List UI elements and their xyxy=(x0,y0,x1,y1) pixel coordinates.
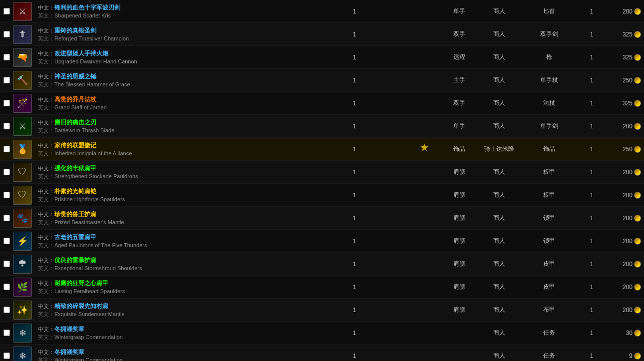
item-name-cn[interactable]: 强化的牢狱肩甲 xyxy=(54,165,96,172)
item-count: 1 xyxy=(579,123,604,130)
item-name-cn[interactable]: 冬拥湖奖章 xyxy=(54,326,84,333)
item-name-cn[interactable]: 神圣的恩赐之锤 xyxy=(54,73,96,80)
row-checkbox[interactable] xyxy=(3,261,10,267)
price-coin-icon xyxy=(634,215,641,222)
row-checkbox[interactable] xyxy=(3,100,10,106)
row-checkbox[interactable] xyxy=(3,353,10,359)
item-name-en: Aged Pauldrons of The Five Thunders xyxy=(54,242,147,248)
name-label-en: 英文： xyxy=(38,81,54,87)
name-label-en: 英文： xyxy=(38,35,54,41)
item-name-cn[interactable]: 朴素的光铸肩铠 xyxy=(54,188,96,195)
item-count: 1 xyxy=(579,169,604,176)
row-checkbox[interactable] xyxy=(3,307,10,313)
item-name-en: Reforged Truesilver Champion xyxy=(54,35,129,41)
row-checkbox[interactable] xyxy=(3,284,10,290)
item-slot: 肩膀 xyxy=(439,260,479,268)
item-price-value: 30 xyxy=(626,330,633,337)
item-name-cn[interactable]: 耐磨的狂野之心肩甲 xyxy=(54,280,108,287)
item-name-cn[interactable]: 重铸的真银圣剑 xyxy=(54,27,96,34)
item-count: 1 xyxy=(579,284,604,291)
row-checkbox-cell xyxy=(0,54,11,60)
name-label-cn: 中文： xyxy=(38,188,54,194)
item-slot: 肩膀 xyxy=(439,168,479,176)
item-icon-cell: 🔫 xyxy=(11,48,34,67)
item-qty: 1 xyxy=(339,261,369,268)
name-label-cn: 中文： xyxy=(38,96,54,102)
price-coin-icon xyxy=(634,353,641,360)
item-icon-cell: ⚔ xyxy=(11,117,34,136)
item-qty: 1 xyxy=(339,169,369,176)
item-name-cell: 中文：家传的联盟徽记英文：Inherited Insignia of the A… xyxy=(34,140,339,158)
row-checkbox[interactable] xyxy=(3,215,10,221)
item-name-cn[interactable]: 珍贵的兽王护肩 xyxy=(54,211,96,218)
row-checkbox[interactable] xyxy=(3,146,10,152)
row-checkbox-cell xyxy=(0,307,11,313)
item-name-cn[interactable]: 家传的联盟徽记 xyxy=(54,142,96,149)
item-name-cell: 中文：优良的雷暴护肩英文：Exceptional Stormshroud Sho… xyxy=(34,255,339,273)
item-name-cn[interactable]: 优良的雷暴护肩 xyxy=(54,257,96,264)
item-icon-cell: 🛡 xyxy=(11,163,34,182)
item-name-en: The Blessed Hammer of Grace xyxy=(54,81,130,87)
item-icon-cell: ✨ xyxy=(11,301,34,320)
item-name-cn[interactable]: 改进型矮人手持火炮 xyxy=(54,50,108,57)
row-checkbox[interactable] xyxy=(3,238,10,244)
item-qty: 1 xyxy=(339,31,369,38)
item-name-cell: 中文：高贵的乔丹法杖英文：Grand Staff of Jordan xyxy=(34,94,339,112)
item-qty: 1 xyxy=(339,8,369,15)
item-source: 骑士达米隆 xyxy=(479,145,519,153)
item-icon: ❄ xyxy=(13,347,32,361)
item-name-cn[interactable]: 高贵的乔丹法杖 xyxy=(54,96,96,103)
item-price-value: 325 xyxy=(623,100,633,107)
item-icon: ⚔ xyxy=(13,2,32,21)
row-checkbox[interactable] xyxy=(3,54,10,60)
item-subtype: 枪 xyxy=(519,53,579,61)
row-checkbox[interactable] xyxy=(3,77,10,83)
item-name-en: Wintergrasp Commendation xyxy=(54,334,123,340)
item-name-cn[interactable]: 冬拥湖奖章 xyxy=(54,349,84,356)
name-label-cn: 中文： xyxy=(38,257,54,263)
price-coin-icon xyxy=(634,54,641,61)
row-checkbox[interactable] xyxy=(3,31,10,37)
row-checkbox[interactable] xyxy=(3,123,10,129)
name-label-cn: 中文： xyxy=(38,211,54,217)
item-name-cn[interactable]: 精致的碎裂先知村肩 xyxy=(54,303,108,310)
row-checkbox-cell xyxy=(0,100,11,106)
row-checkbox-cell xyxy=(0,169,11,175)
name-label-en: 英文： xyxy=(38,357,54,361)
row-checkbox-cell xyxy=(0,123,11,129)
item-price-value: 200 xyxy=(623,8,633,15)
name-label-en: 英文： xyxy=(38,334,54,340)
row-checkbox[interactable] xyxy=(3,169,10,175)
table-row: ⚔中文：锋利的血色十字军波刃剑英文：Sharpened Scarlet Kris… xyxy=(0,0,644,23)
item-slot: 肩膀 xyxy=(439,283,479,291)
item-name-cn[interactable]: 磨旧的痛击之刃 xyxy=(54,119,96,126)
row-checkbox-cell xyxy=(0,77,11,83)
item-name-en: Battleworn Thrash Blade xyxy=(54,127,114,133)
item-source: 商人 xyxy=(479,214,519,222)
row-checkbox-cell xyxy=(0,8,11,14)
item-icon-cell: 🗡 xyxy=(11,25,34,44)
item-icon-cell: ⚔ xyxy=(11,2,34,21)
item-name-cell: 中文：冬拥湖奖章英文：Wintergrasp Commendation xyxy=(34,324,339,342)
item-count: 1 xyxy=(579,261,604,268)
price-coin-icon xyxy=(634,123,641,130)
row-checkbox-cell xyxy=(0,31,11,37)
row-checkbox[interactable] xyxy=(3,330,10,336)
item-name-cn[interactable]: 古老的五雷肩甲 xyxy=(54,234,96,241)
name-label-en: 英文： xyxy=(38,265,54,271)
name-label-en: 英文： xyxy=(38,173,54,179)
row-checkbox[interactable] xyxy=(3,8,10,14)
row-checkbox[interactable] xyxy=(3,192,10,198)
name-label-en: 英文： xyxy=(38,150,54,156)
name-label-cn: 中文： xyxy=(38,165,54,171)
item-price-value: 325 xyxy=(623,54,633,61)
item-slot: 肩膀 xyxy=(439,237,479,245)
item-name-en: Pristine Lightforge Spaulders xyxy=(54,196,125,202)
row-checkbox-cell xyxy=(0,353,11,359)
item-price-cell: 200 xyxy=(604,307,644,314)
price-coin-icon xyxy=(634,284,641,291)
item-price-value: 250 xyxy=(623,146,633,153)
item-price-cell: 200 xyxy=(604,215,644,222)
item-name-cn[interactable]: 锋利的血色十字军波刃剑 xyxy=(54,4,120,11)
table-row: 🐾中文：珍贵的兽王护肩英文：Prized Beastmaster's Mantl… xyxy=(0,207,644,230)
